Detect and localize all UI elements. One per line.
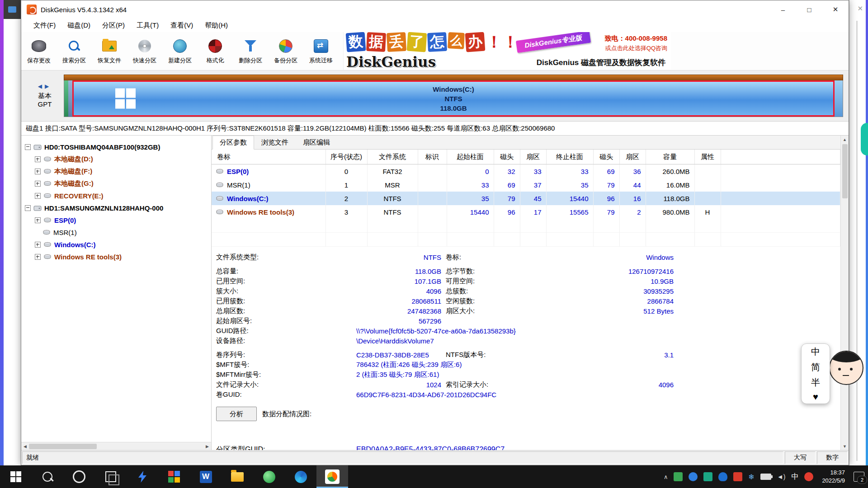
close-button[interactable]: ✕	[822, 0, 849, 19]
expand-icon[interactable]	[35, 181, 41, 187]
windows-c-partition-block[interactable]: Windows(C:) NTFS 118.0GB	[72, 80, 835, 117]
disk-switcher: ◀▶ 基本 GPT	[26, 83, 64, 109]
menu-tools[interactable]: 工具(T)	[131, 19, 165, 32]
ime-lang-indicator[interactable]: 中	[811, 346, 820, 358]
taskbar-clock[interactable]: 18:37 2022/5/9	[822, 469, 845, 484]
action-center-icon[interactable]: 2	[854, 472, 864, 482]
table-row-windows-c[interactable]: Windows(C:) 2 NTFS 35 79 45 15440 96 16 …	[212, 192, 840, 205]
menu-view[interactable]: 查看(V)	[165, 19, 199, 32]
scrollbar-thumb[interactable]	[842, 144, 848, 198]
tab-browse-files[interactable]: 浏览文件	[254, 136, 296, 150]
table-row-msr[interactable]: MSR(1) 1 MSR 33 69 37 35 79 44 16.0MB	[212, 178, 840, 192]
expand-icon[interactable]	[35, 193, 41, 199]
taskbar-app-green-browser[interactable]	[253, 465, 285, 488]
collapse-icon[interactable]	[25, 205, 31, 211]
expand-icon[interactable]	[35, 156, 41, 162]
tree-item-local-f[interactable]: 本地磁盘(F:)	[21, 165, 211, 178]
expand-icon[interactable]	[35, 254, 41, 260]
promo-banner[interactable]: 数 据 丢 了 怎 么 办 ！！ DiskGenius DiskGenius专业…	[343, 32, 671, 70]
taskbar-app-word[interactable]	[190, 465, 222, 488]
taskbar-app-explorer[interactable]	[222, 465, 253, 488]
collapse-icon[interactable]	[25, 144, 31, 150]
msr-partition-strip[interactable]	[68, 80, 72, 117]
system-migrate-button[interactable]: 系统迁移	[303, 32, 339, 70]
table-row-windows-re[interactable]: Windows RE tools(3) 3 NTFS 15440 96 17 1…	[212, 205, 840, 219]
headline-char: 丢	[387, 32, 406, 52]
scrollbar-thumb[interactable]	[29, 444, 97, 449]
tree-item-local-d[interactable]: 本地磁盘(D:)	[21, 153, 211, 165]
tray-green-icon[interactable]	[674, 472, 683, 481]
format-disk-icon	[207, 38, 224, 54]
tree-item-msr[interactable]: MSR(1)	[21, 226, 211, 239]
tray-blue-circle-icon[interactable]	[689, 472, 698, 481]
tray-qq-icon[interactable]	[718, 472, 727, 481]
cortana-button[interactable]	[63, 465, 95, 488]
recover-files-button[interactable]: 恢复文件	[92, 32, 127, 70]
tree-horizontal-scrollbar[interactable]: ◀ ▶	[21, 442, 211, 450]
tree-item-esp[interactable]: ESP(0)	[21, 214, 211, 226]
expand-icon[interactable]	[35, 217, 41, 223]
hidden-icons-caret[interactable]: ∧	[664, 474, 668, 480]
disk-info-bar: 磁盘1 接口:SATA 型号:SAMSUNGMZNLN128HAHQ-000H1…	[21, 122, 849, 136]
battery-icon[interactable]	[760, 474, 771, 480]
start-button[interactable]	[0, 465, 32, 488]
tree-item-hd1[interactable]: HD1:SAMSUNGMZNLN128HAHQ-000	[21, 202, 211, 214]
tab-partition-params[interactable]: 分区参数	[212, 136, 254, 150]
tray-sogou-icon[interactable]	[804, 472, 813, 481]
ime-halfwidth-indicator[interactable]: 半	[811, 376, 820, 389]
tray-snowflake-icon[interactable]: ❄	[748, 473, 754, 481]
volume-icon[interactable]: ◄)	[777, 473, 786, 480]
expand-icon[interactable]	[35, 242, 41, 248]
minimize-button[interactable]: –	[770, 0, 796, 19]
search-partition-button[interactable]: 搜索分区	[57, 32, 92, 70]
scroll-right-icon[interactable]: ▶	[203, 444, 211, 449]
input-method-indicator[interactable]: 中	[791, 472, 798, 482]
taskbar-app-diskgenius[interactable]	[316, 465, 348, 488]
analyze-button[interactable]: 分析	[216, 407, 257, 421]
partition-size: 118.0GB	[433, 103, 474, 113]
delete-partition-button[interactable]: 删除分区	[233, 32, 268, 70]
tree-item-recovery-e[interactable]: RECOVERY(E:)	[21, 190, 211, 202]
maximize-button[interactable]: □	[796, 0, 822, 19]
ime-simplified-indicator[interactable]: 简	[811, 361, 820, 373]
nav-right-icon[interactable]: ▶	[45, 83, 52, 89]
esp-partition-strip[interactable]	[64, 80, 68, 117]
tree-item-windows-c[interactable]: Windows(C:)	[21, 239, 211, 251]
expand-icon[interactable]	[35, 169, 41, 174]
tree-item-local-g[interactable]: 本地磁盘(G:)	[21, 178, 211, 190]
taskbar-app-edge[interactable]	[285, 465, 316, 488]
disk-nav-arrows[interactable]: ◀▶	[26, 83, 64, 89]
tree-item-hd0[interactable]: HD0:TOSHIBAMQ04ABF100(932GB)	[21, 141, 211, 153]
menu-file[interactable]: 文件(F)	[28, 19, 61, 32]
new-partition-button[interactable]: 新建分区	[162, 32, 198, 70]
promo-qq-link[interactable]: 或点击此处选择QQ咨询	[605, 44, 667, 52]
partition-icon	[43, 181, 52, 187]
task-view-button[interactable]	[95, 465, 127, 488]
partition-icon	[42, 230, 51, 235]
backup-partition-button[interactable]: 备份分区	[268, 32, 303, 70]
tab-sector-edit[interactable]: 扇区编辑	[296, 136, 337, 150]
tree-label: RECOVERY(E:)	[54, 192, 104, 200]
format-button[interactable]: 格式化	[198, 32, 233, 70]
nav-left-icon[interactable]: ◀	[38, 83, 45, 89]
taskbar-search-button[interactable]	[32, 465, 63, 488]
menu-help[interactable]: 帮助(H)	[199, 19, 234, 32]
scroll-left-icon[interactable]: ◀	[21, 444, 29, 449]
system-migrate-icon	[312, 38, 330, 54]
ime-toolbar[interactable]: 中 简 半 ♥	[801, 343, 830, 404]
ime-heart-icon[interactable]: ♥	[813, 392, 818, 402]
menu-partition[interactable]: 分区(P)	[96, 19, 131, 32]
tray-teal-icon[interactable]	[703, 472, 712, 481]
tray-red-icon[interactable]	[733, 472, 742, 481]
menu-disk[interactable]: 磁盘(D)	[61, 19, 96, 32]
scroll-up-icon[interactable]: ▲	[843, 136, 847, 143]
recovery-partition-strip[interactable]	[835, 80, 843, 117]
vertical-scrollbar[interactable]: ▲ ▼	[840, 136, 849, 450]
tree-item-windows-re[interactable]: Windows RE tools(3)	[21, 251, 211, 263]
quick-partition-button[interactable]: 快速分区	[127, 32, 162, 70]
scroll-down-icon[interactable]: ▼	[843, 442, 847, 450]
table-row-esp[interactable]: ESP(0) 0 FAT32 0 32 33 33 69 36 260.0MB	[212, 164, 840, 178]
taskbar-app-store[interactable]	[158, 465, 190, 488]
taskbar-app-lightning[interactable]	[127, 465, 158, 488]
save-changes-button[interactable]: 保存更改	[21, 32, 57, 70]
